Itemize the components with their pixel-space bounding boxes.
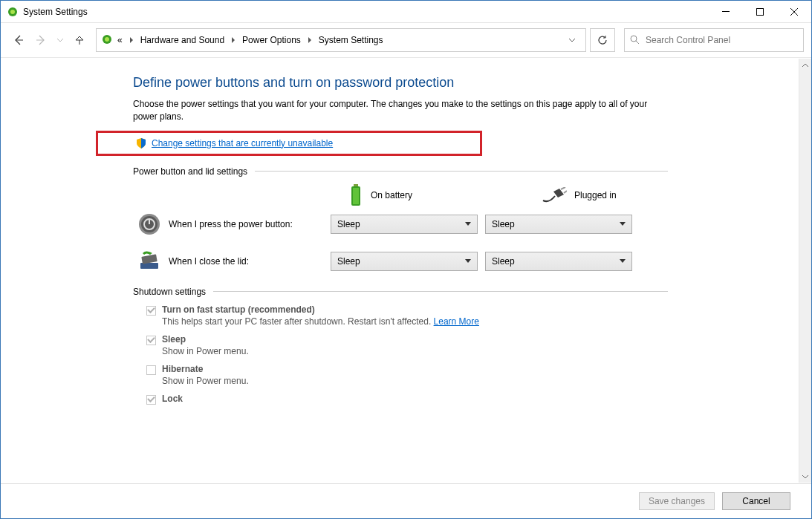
highlighted-change-settings: Change settings that are currently unava… [96,131,482,156]
address-icon [101,33,113,48]
option-desc: This helps start your PC faster after sh… [162,316,479,327]
crumb-system-settings[interactable]: System Settings [316,33,386,47]
plug-icon [542,187,567,203]
maximize-button[interactable] [743,1,777,23]
svg-point-11 [631,36,637,42]
power-button-battery-dropdown[interactable]: Sleep [331,215,478,234]
dropdown-value: Sleep [337,256,360,267]
svg-rect-2 [722,11,730,12]
section-power-button: Power button and lid settings [133,166,668,177]
scroll-up-icon[interactable] [799,59,812,71]
section-divider [255,171,668,172]
option-title: Turn on fast startup (recommended) [162,304,479,315]
chevron-down-icon [620,222,626,226]
recent-dropdown-icon[interactable] [57,37,63,43]
option-sleep: Sleep Show in Power menu. [146,334,799,356]
search-box[interactable] [624,28,804,52]
svg-rect-13 [354,184,358,186]
svg-rect-23 [141,254,157,264]
cancel-button[interactable]: Cancel [722,492,790,510]
page-intro: Choose the power settings that you want … [133,98,668,123]
svg-rect-15 [353,188,359,204]
close-lid-battery-dropdown[interactable]: Sleep [331,252,478,271]
nav-row: « Hardware and Sound Power Options Syste… [1,23,811,58]
checkbox-lock[interactable] [146,395,156,405]
search-icon [629,34,640,47]
option-desc: Show in Power menu. [162,376,249,386]
refresh-button[interactable] [590,28,615,52]
laptop-lid-icon [137,249,161,273]
option-lock: Lock [146,394,799,405]
section-shutdown: Shutdown settings [133,287,668,297]
option-fast-startup: Turn on fast startup (recommended) This … [146,304,799,327]
svg-line-16 [561,187,565,189]
shield-icon [135,137,147,149]
svg-line-17 [564,191,567,193]
dropdown-value: Sleep [492,219,515,229]
address-bar[interactable]: « Hardware and Sound Power Options Syste… [96,28,586,52]
save-button[interactable]: Save changes [639,492,715,510]
power-button-plugged-dropdown[interactable]: Sleep [485,215,632,234]
close-button[interactable] [777,1,811,23]
col-on-battery: On battery [348,184,475,206]
option-title: Lock [162,394,183,404]
section-label: Power button and lid settings [133,166,247,177]
chevron-down-icon [465,259,471,263]
crumb-prefix[interactable]: « [114,33,136,47]
up-button[interactable] [74,34,85,46]
section-label: Shutdown settings [133,287,206,297]
svg-point-1 [10,10,15,14]
row-close-lid-label: When I close the lid: [169,256,331,267]
chevron-down-icon [465,222,471,226]
scroll-down-icon[interactable] [799,470,812,483]
app-icon [7,6,19,18]
row-close-lid: When I close the lid: Sleep Sleep [133,249,799,273]
battery-icon [348,184,363,206]
col-battery-label: On battery [371,190,412,200]
page-heading: Define power buttons and turn on passwor… [133,75,799,91]
forward-button[interactable] [35,34,47,46]
row-power-button: When I press the power button: Sleep Sle… [133,212,799,236]
svg-rect-3 [757,8,764,15]
option-title: Sleep [162,334,249,345]
dropdown-value: Sleep [492,256,515,267]
vertical-scrollbar[interactable] [799,59,811,483]
row-power-button-label: When I press the power button: [169,219,331,229]
address-dropdown-icon[interactable] [562,30,582,50]
content-area: Define power buttons and turn on passwor… [1,59,799,483]
col-plugged-in: Plugged in [542,187,668,203]
close-lid-plugged-dropdown[interactable]: Sleep [485,252,632,271]
checkbox-sleep[interactable] [146,336,156,345]
option-desc: Show in Power menu. [162,346,249,356]
svg-line-12 [636,41,639,44]
footer: Save changes Cancel [1,483,811,518]
search-input[interactable] [646,35,799,45]
chevron-down-icon [620,259,626,263]
window-title: System Settings [23,7,88,17]
section-divider [213,291,668,292]
learn-more-link[interactable]: Learn More [434,316,479,327]
change-settings-link[interactable]: Change settings that are currently unava… [152,138,333,148]
crumb-power-options[interactable]: Power Options [239,33,314,47]
svg-point-10 [105,37,109,42]
power-button-icon [137,212,161,236]
back-button[interactable] [13,34,25,46]
minimize-button[interactable] [709,1,743,23]
option-title: Hibernate [162,364,249,374]
checkbox-fast-startup[interactable] [146,306,156,316]
titlebar: System Settings [1,1,811,23]
crumb-hardware-sound[interactable]: Hardware and Sound [137,33,238,47]
dropdown-value: Sleep [337,219,360,229]
checkbox-hibernate[interactable] [146,365,156,375]
col-plugged-label: Plugged in [574,190,617,200]
option-hibernate: Hibernate Show in Power menu. [146,364,799,386]
